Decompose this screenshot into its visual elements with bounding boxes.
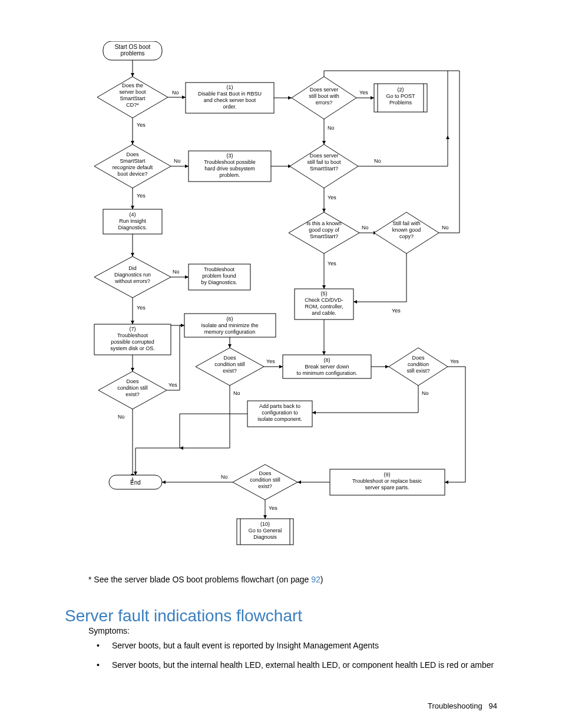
node-add-parts: Add parts back toconfiguration toisolate… [247,401,312,427]
node-general-diag: (10)Go to GeneralDiagnosis [237,519,293,545]
svg-text:No: No [422,390,429,396]
svg-text:End: End [130,479,141,486]
svg-text:No: No [362,225,369,230]
svg-text:No: No [221,474,228,480]
svg-text:Yes: Yes [137,122,146,128]
node-disable-fastboot: (1)Disable Fast Boot in RBSUand check se… [186,83,274,113]
svg-text:Yes: Yes [450,358,459,364]
svg-marker-39 [289,212,359,253]
node-isolate-mem: (6)Isolate and minimize thememory config… [184,314,276,337]
svg-marker-45 [374,212,439,253]
node-q-cond-mid: Doescondition stillexist? [196,348,264,386]
page-root: Start OS bootproblems Does theserver boo… [0,0,562,728]
list-item: Server boots, but a fault event is repor… [88,640,494,651]
node-q-errors: Does serverstill boot witherrors? [292,77,356,119]
section-heading: Server fault indications flowchart [65,607,302,625]
svg-text:Yes: Yes [137,193,146,199]
flowchart-footnote: * See the server blade OS boot problems … [88,575,323,584]
svg-text:No: No [374,158,381,164]
svg-text:No: No [174,158,181,164]
svg-text:Yes: Yes [392,308,401,314]
svg-text:No: No [118,414,125,420]
node-q-boot-cd: Does theserver bootSmartStartCD?* [97,77,168,118]
node-run-diag: (4)Run InsightDiagnostics. [103,209,162,234]
svg-text:No: No [172,90,179,95]
list-item: Server boots, but the internal health LE… [88,660,494,671]
svg-text:Does serverstill fail to bootS: Does serverstill fail to bootSmartStart? [307,153,341,172]
node-hdd: (3)Troubleshoot possiblehard drive subsy… [189,151,271,182]
node-replace: (9)Troubleshoot or replace basicserver s… [330,469,445,495]
symptoms-list: Server boots, but a fault event is repor… [88,640,494,679]
node-q-still-fail: Still fail withknown goodcopy? [374,212,439,253]
node-q-cond-bottom: Doescondition stillexist? [233,465,297,500]
svg-text:Yes: Yes [266,358,275,364]
node-break-min: (8)Break server downto minimum configura… [283,355,371,378]
svg-text:No: No [173,269,180,275]
node-end: End [109,475,162,489]
flowchart: Start OS bootproblems Does theserver boo… [82,41,530,572]
svg-text:Add parts back toconfiguration: Add parts back toconfiguration toisolate… [257,403,302,422]
node-tshoot-os: (7)Troubleshootpossible corruptedsystem … [94,324,171,355]
node-tshoot-diag: Troubleshootproblem foundby Diagnostics. [189,264,250,290]
node-q-known-good: Is this a knowngood copy ofSmartStart? [289,212,359,253]
node-q-cond-left: Doescondition stillexist? [98,371,167,409]
node-q-recognize: DoesSmartStartrecognize defaultboot devi… [94,144,171,188]
node-check-cd: (5)Check CD/DVD-ROM, controller,and cabl… [295,289,353,319]
node-q-diag: DidDiagnostics runwithout errors? [94,256,171,298]
svg-text:No: No [442,225,449,230]
svg-text:Yes: Yes [328,261,336,266]
svg-text:No: No [328,125,335,131]
svg-text:Yes: Yes [269,505,277,511]
svg-text:Yes: Yes [168,382,177,388]
page-footer: Troubleshooting 94 [428,701,497,710]
svg-text:No: No [233,390,240,396]
svg-text:Troubleshootproblem foundby Di: Troubleshootproblem foundby Diagnostics. [201,266,237,285]
node-start: Start OS bootproblems [103,41,162,60]
svg-text:Yes: Yes [137,305,146,311]
svg-text:Is this a knowngood copy ofSma: Is this a knowngood copy ofSmartStart? [306,220,342,239]
node-q-fail-ss: Does serverstill fail to bootSmartStart? [290,144,358,188]
node-goto-post: (2)Go to POSTProblems [374,84,427,112]
page-ref-link[interactable]: 92 [311,575,320,584]
svg-text:Yes: Yes [328,195,336,200]
node-q-cond-right: Doesconditionstill exist? [389,348,448,386]
svg-text:Yes: Yes [359,90,368,95]
symptoms-label: Symptoms: [88,626,130,635]
